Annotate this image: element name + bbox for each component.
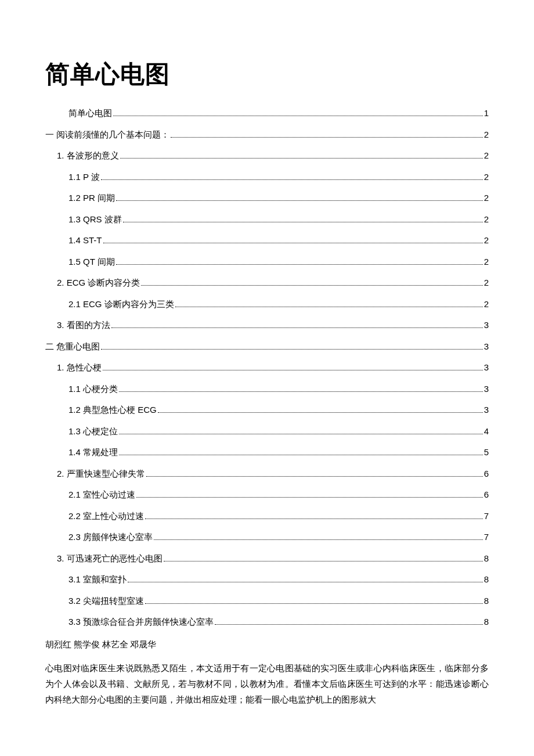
toc-page-number: 6 bbox=[484, 467, 489, 481]
toc-leader bbox=[164, 561, 483, 561]
toc-label: 3.3 预激综合征合并房颤伴快速心室率 bbox=[68, 615, 214, 629]
toc-entry[interactable]: 一 阅读前须懂的几个基本问题： 2 bbox=[45, 128, 489, 142]
toc-entry[interactable]: 3.3 预激综合征合并房颤伴快速心室率 8 bbox=[68, 615, 489, 629]
toc-entry[interactable]: 2.1 ECG 诊断内容分为三类 2 bbox=[68, 298, 489, 311]
toc-label: 1.3 QRS 波群 bbox=[68, 213, 122, 226]
toc-page-number: 2 bbox=[484, 128, 489, 142]
toc-leader bbox=[158, 412, 483, 413]
toc-leader bbox=[154, 539, 483, 540]
toc-leader bbox=[171, 137, 482, 138]
toc-page-number: 8 bbox=[484, 573, 489, 586]
toc-entry[interactable]: 2.1 室性心动过速 6 bbox=[68, 488, 489, 502]
toc-leader bbox=[215, 624, 483, 625]
toc-entry[interactable]: 2.3 房颤伴快速心室率 7 bbox=[68, 531, 489, 544]
document-title: 简单心电图 bbox=[45, 58, 489, 91]
toc-label: 2.1 ECG 诊断内容分为三类 bbox=[68, 298, 174, 311]
toc-leader bbox=[120, 158, 483, 159]
toc-page-number: 2 bbox=[484, 171, 489, 184]
toc-label: 2. ECG 诊断内容分类 bbox=[57, 276, 140, 290]
toc-leader bbox=[119, 391, 483, 392]
toc-entry[interactable]: 1.2 典型急性心梗 ECG 3 bbox=[68, 404, 489, 417]
toc-page-number: 2 bbox=[484, 276, 489, 290]
toc-page-number: 2 bbox=[484, 213, 489, 226]
toc-label: 1.3 心梗定位 bbox=[68, 425, 118, 438]
toc-entry[interactable]: 二 危重心电图 3 bbox=[45, 340, 489, 354]
toc-leader bbox=[101, 349, 482, 350]
toc-label: 2.2 室上性心动过速 bbox=[68, 510, 144, 523]
toc-page-number: 2 bbox=[484, 149, 489, 163]
toc-entry[interactable]: 1.4 常规处理 5 bbox=[68, 446, 489, 459]
toc-leader bbox=[123, 222, 483, 222]
toc-label: 1.5 QT 间期 bbox=[68, 255, 115, 269]
toc-label: 2.1 室性心动过速 bbox=[68, 488, 135, 502]
toc-entry[interactable]: 1.3 QRS 波群 2 bbox=[68, 213, 489, 226]
toc-page-number: 2 bbox=[484, 234, 489, 247]
toc-label: 1.4 ST-T bbox=[68, 234, 102, 247]
toc-leader bbox=[111, 327, 483, 328]
toc-label: 3. 可迅速死亡的恶性心电图 bbox=[57, 552, 163, 566]
toc-label: 1.4 常规处理 bbox=[68, 446, 118, 459]
toc-entry[interactable]: 1.3 心梗定位 4 bbox=[68, 425, 489, 438]
toc-page-number: 1 bbox=[484, 107, 489, 120]
toc-leader bbox=[175, 307, 483, 307]
toc-entry[interactable]: 1.5 QT 间期 2 bbox=[68, 255, 489, 269]
toc-leader bbox=[136, 497, 483, 498]
toc-leader bbox=[145, 519, 483, 519]
toc-page-number: 5 bbox=[484, 446, 489, 459]
toc-entry[interactable]: 1. 急性心梗 3 bbox=[57, 361, 489, 375]
toc-page-number: 3 bbox=[484, 340, 489, 354]
toc-page-number: 7 bbox=[484, 531, 489, 544]
toc-entry[interactable]: 1.2 PR 间期 2 bbox=[68, 192, 489, 205]
toc-label: 1.1 P 波 bbox=[68, 171, 100, 184]
toc-page-number: 3 bbox=[484, 404, 489, 417]
toc-page-number: 6 bbox=[484, 488, 489, 502]
table-of-contents: 简单心电图 1 一 阅读前须懂的几个基本问题： 2 1. 各波形的意义 2 1.… bbox=[45, 107, 489, 629]
toc-leader bbox=[101, 179, 483, 180]
toc-entry[interactable]: 2. 严重快速型心律失常 6 bbox=[57, 467, 489, 481]
toc-entry[interactable]: 1.4 ST-T 2 bbox=[68, 234, 489, 247]
toc-page-number: 8 bbox=[484, 552, 489, 566]
toc-leader bbox=[116, 200, 483, 201]
toc-leader bbox=[146, 476, 483, 477]
toc-entry[interactable]: 1.1 心梗分类 3 bbox=[68, 383, 489, 396]
toc-leader bbox=[128, 582, 483, 582]
body-paragraph: 心电图对临床医生来说既熟悉又陌生，本文适用于有一定心电图基础的实习医生或非心内科… bbox=[45, 661, 489, 708]
toc-label: 3. 看图的方法 bbox=[57, 319, 110, 332]
authors-line: 胡烈红 熊学俊 林艺全 邓晟华 bbox=[45, 639, 489, 650]
toc-entry[interactable]: 2.2 室上性心动过速 7 bbox=[68, 510, 489, 523]
toc-label: 1. 各波形的意义 bbox=[57, 149, 119, 163]
toc-entry[interactable]: 2. ECG 诊断内容分类 2 bbox=[57, 276, 489, 290]
toc-page-number: 8 bbox=[484, 615, 489, 629]
toc-label: 1.2 PR 间期 bbox=[68, 192, 115, 205]
document-page: 简单心电图 简单心电图 1 一 阅读前须懂的几个基本问题： 2 1. 各波形的意… bbox=[0, 0, 534, 756]
toc-label: 1.2 典型急性心梗 ECG bbox=[68, 404, 157, 417]
toc-label: 1.1 心梗分类 bbox=[68, 383, 118, 396]
toc-leader bbox=[103, 370, 483, 370]
toc-page-number: 2 bbox=[484, 298, 489, 311]
toc-page-number: 3 bbox=[484, 319, 489, 332]
toc-leader bbox=[116, 264, 483, 265]
toc-label: 2.3 房颤伴快速心室率 bbox=[68, 531, 153, 544]
toc-page-number: 4 bbox=[484, 425, 489, 438]
toc-label: 1. 急性心梗 bbox=[57, 361, 102, 375]
toc-label: 2. 严重快速型心律失常 bbox=[57, 467, 145, 481]
toc-page-number: 8 bbox=[484, 595, 489, 608]
toc-entry[interactable]: 简单心电图 1 bbox=[68, 107, 489, 120]
toc-label: 一 阅读前须懂的几个基本问题： bbox=[45, 128, 169, 142]
toc-entry[interactable]: 3. 看图的方法 3 bbox=[57, 319, 489, 332]
toc-page-number: 7 bbox=[484, 510, 489, 523]
toc-leader bbox=[119, 455, 483, 455]
toc-label: 简单心电图 bbox=[68, 107, 112, 120]
toc-entry[interactable]: 3.1 室颤和室扑 8 bbox=[68, 573, 489, 586]
toc-leader bbox=[119, 434, 483, 434]
toc-label: 3.1 室颤和室扑 bbox=[68, 573, 127, 586]
toc-leader bbox=[145, 603, 483, 604]
toc-label: 二 危重心电图 bbox=[45, 340, 100, 354]
toc-entry[interactable]: 1.1 P 波 2 bbox=[68, 171, 489, 184]
toc-entry[interactable]: 1. 各波形的意义 2 bbox=[57, 149, 489, 163]
toc-entry[interactable]: 3. 可迅速死亡的恶性心电图 8 bbox=[57, 552, 489, 566]
toc-page-number: 2 bbox=[484, 192, 489, 205]
toc-entry[interactable]: 3.2 尖端扭转型室速 8 bbox=[68, 595, 489, 608]
toc-page-number: 2 bbox=[484, 255, 489, 269]
toc-page-number: 3 bbox=[484, 361, 489, 375]
